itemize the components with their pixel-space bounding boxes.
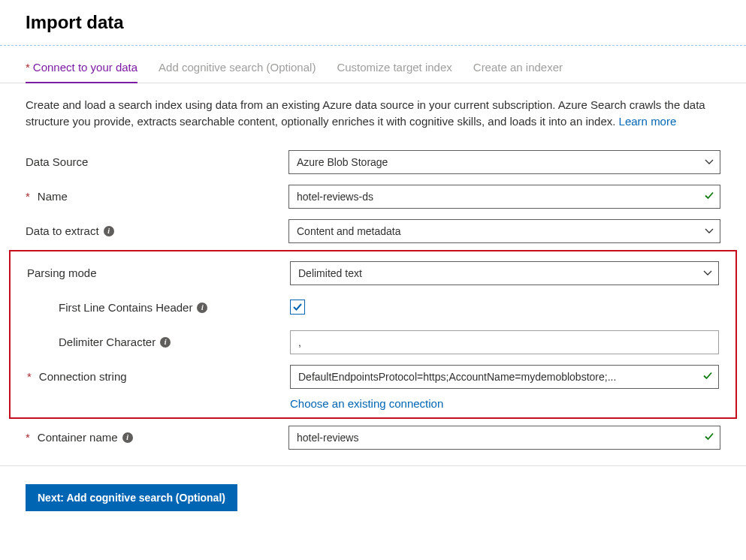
label-name: *Name [9,190,288,203]
row-data-source: Data Source Azure Blob Storage [9,145,737,179]
label-first-line-header: First Line Contains Header i [11,301,290,314]
header-divider [0,45,746,46]
connection-string-input[interactable] [290,365,719,389]
label-connection-string: *Connection string [11,370,290,383]
label-delimiter: Delimiter Character i [11,336,290,348]
next-button[interactable]: Next: Add cognitive search (Optional) [26,484,237,511]
info-icon[interactable]: i [104,226,114,236]
valid-check-icon [704,190,714,203]
label-data-source: Data Source [9,155,288,168]
info-icon[interactable]: i [160,337,171,348]
footer: Next: Add cognitive search (Optional) [0,466,746,529]
row-name: *Name [9,179,737,214]
highlight-section: Parsing mode Delimited text First Line C… [9,250,737,419]
row-choose-existing: Choose an existing connection [11,397,735,410]
form-body: Data Source Azure Blob Storage *Name Dat… [0,130,746,461]
tab-create-indexer[interactable]: Create an indexer [473,53,563,83]
label-container-name: *Container name i [9,431,288,444]
tab-customize-index[interactable]: Customize target index [337,53,452,83]
choose-existing-link[interactable]: Choose an existing connection [290,397,443,410]
delimiter-input[interactable] [290,330,719,354]
container-name-input[interactable] [288,426,720,450]
label-parsing-mode: Parsing mode [11,266,290,279]
row-connection-string: *Connection string [11,360,735,394]
row-first-line-header: First Line Contains Header i [11,291,735,325]
row-parsing-mode: Parsing mode Delimited text [11,256,735,291]
page-title: Import data [26,12,720,33]
page-header: Import data [0,0,746,39]
row-delimiter: Delimiter Character i [11,325,735,360]
tab-connect-data[interactable]: *Connect to your data [26,53,137,83]
wizard-tabs: *Connect to your data Add cognitive sear… [0,53,746,83]
label-data-to-extract: Data to extract i [9,224,288,237]
intro-text: Create and load a search index using dat… [0,83,746,130]
tab-cognitive-search[interactable]: Add cognitive search (Optional) [159,53,316,83]
data-source-select[interactable]: Azure Blob Storage [288,150,720,174]
data-to-extract-select[interactable]: Content and metadata [288,219,720,243]
info-icon[interactable]: i [122,432,133,443]
valid-check-icon [702,370,713,383]
parsing-mode-select[interactable]: Delimited text [290,261,719,285]
first-line-header-checkbox[interactable] [290,300,305,315]
learn-more-link[interactable]: Learn more [619,115,677,128]
row-container-name: *Container name i [9,420,737,455]
row-data-to-extract: Data to extract i Content and metadata [9,214,737,248]
name-input[interactable] [288,185,720,209]
valid-check-icon [704,431,714,444]
info-icon[interactable]: i [197,303,207,313]
